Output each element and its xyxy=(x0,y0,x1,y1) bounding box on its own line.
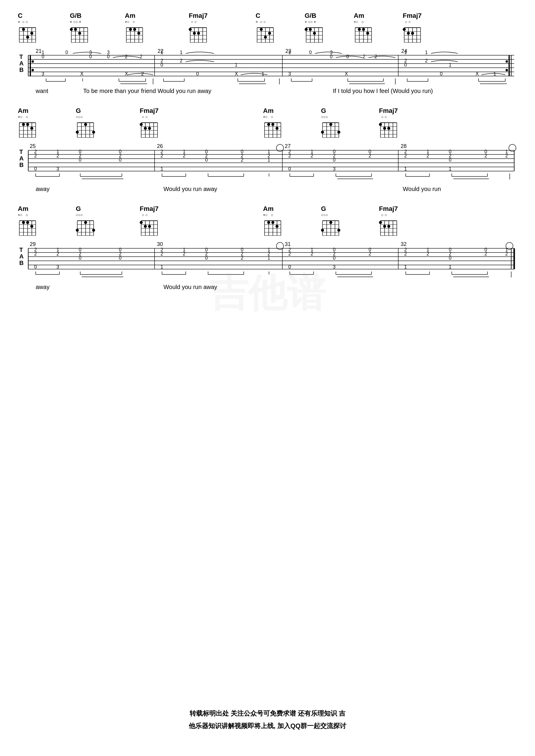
chord-name: Fmaj7 xyxy=(189,12,208,20)
chord-c-1: C × ○ ○ xyxy=(18,12,37,44)
svg-text:3: 3 xyxy=(42,71,44,76)
svg-text:3: 3 xyxy=(288,71,291,76)
svg-point-428 xyxy=(275,225,278,228)
chord-fingering-marks: ×○ ○ xyxy=(125,20,135,24)
svg-point-76 xyxy=(309,28,312,31)
svg-text:2: 2 xyxy=(404,251,407,256)
svg-text:1: 1 xyxy=(449,166,451,172)
svg-text:3: 3 xyxy=(56,264,59,269)
svg-text:2: 2 xyxy=(369,251,371,256)
chord-fingering-marks: × ○○ × xyxy=(305,20,316,24)
svg-text:2: 2 xyxy=(311,251,313,256)
chord-diagram-gb2 xyxy=(305,25,324,44)
svg-point-237 xyxy=(144,127,147,130)
svg-point-102 xyxy=(407,32,410,35)
svg-text:1: 1 xyxy=(449,62,451,68)
svg-point-62 xyxy=(260,28,263,31)
chord-name: C xyxy=(256,12,260,20)
svg-text:21: 21 xyxy=(36,48,42,54)
svg-text:1: 1 xyxy=(180,50,183,55)
chord-name: Am xyxy=(125,12,135,20)
svg-text:2: 2 xyxy=(79,153,81,158)
chord-fingering-marks: ○ ○ xyxy=(403,20,411,24)
svg-text:2: 2 xyxy=(180,58,183,63)
svg-text:1: 1 xyxy=(288,50,291,55)
svg-text:0: 0 xyxy=(107,54,110,59)
svg-point-225 xyxy=(92,131,95,134)
svg-text:2: 2 xyxy=(141,71,144,76)
svg-text:26: 26 xyxy=(157,143,163,149)
svg-text:2: 2 xyxy=(369,153,371,158)
svg-point-452 xyxy=(379,221,382,224)
svg-text:29: 29 xyxy=(30,241,36,247)
lyric-away3: away xyxy=(36,284,50,290)
chord-diagram-gb xyxy=(70,25,89,44)
chord-gb-1: G/B × ○○ × xyxy=(70,12,89,44)
svg-text:2: 2 xyxy=(56,153,59,158)
chord-diagram-c xyxy=(18,25,37,44)
svg-text:X: X xyxy=(80,71,84,76)
svg-point-23 xyxy=(70,28,73,31)
lyrics-row2: away Would you run away Would you run xyxy=(18,186,517,196)
svg-text:2: 2 xyxy=(125,54,127,59)
svg-point-264 xyxy=(337,131,340,134)
chord-fmaj7-r3b: Fmaj7 ○ ○ xyxy=(379,205,398,237)
svg-point-25 xyxy=(78,32,81,35)
svg-text:1: 1 xyxy=(262,71,264,76)
svg-point-10 xyxy=(22,28,25,31)
svg-point-212 xyxy=(30,127,33,130)
svg-point-77 xyxy=(313,32,316,35)
svg-text:2: 2 xyxy=(288,251,291,256)
chord-am-r3b: Am ×○ ○ xyxy=(263,205,282,237)
row-1: C × ○ ○ xyxy=(18,12,517,98)
svg-point-402 xyxy=(92,229,95,232)
lyrics-row1: want To be more than your friend Would y… xyxy=(18,88,517,98)
svg-point-238 xyxy=(148,127,151,130)
svg-text:2: 2 xyxy=(119,153,122,158)
svg-point-236 xyxy=(140,123,143,126)
svg-point-250 xyxy=(271,123,274,126)
lyrics-row3: away Would you run away xyxy=(18,284,517,294)
row-3: Am ×○ ○ xyxy=(18,205,517,294)
svg-point-400 xyxy=(76,229,79,232)
svg-point-249 xyxy=(267,123,270,126)
chord-diagram-am2 xyxy=(354,25,373,44)
svg-text:0: 0 xyxy=(288,166,291,172)
svg-text:25: 25 xyxy=(30,143,36,149)
svg-text:B: B xyxy=(19,67,23,73)
chord-fmaj7-r2: Fmaj7 ○ ○ xyxy=(140,107,159,139)
svg-point-454 xyxy=(387,225,390,228)
svg-text:2: 2 xyxy=(505,153,508,158)
row-2: Am ×○ ○ xyxy=(18,107,517,196)
svg-text:2: 2 xyxy=(241,256,243,260)
svg-point-440 xyxy=(329,221,332,224)
lyric-wouldyourunaway2: Would you run away xyxy=(163,284,217,290)
svg-point-122 xyxy=(506,60,508,63)
chord-name: C xyxy=(18,12,23,20)
svg-text:1: 1 xyxy=(449,264,451,269)
footer-line2: 他乐器知识讲解视频即将上线, 加入QQ群一起交流探讨 xyxy=(0,720,535,732)
svg-text:1: 1 xyxy=(404,50,407,55)
svg-text:2: 2 xyxy=(363,54,365,59)
chord-fmaj7-2: Fmaj7 ○ ○ xyxy=(403,12,422,44)
chord-g-r3: G ○○○ xyxy=(76,205,95,237)
chord-fingering-marks: × ○○ × xyxy=(70,20,81,24)
svg-point-64 xyxy=(264,36,267,39)
lyric-if: If I told you how I feel (Would you run) xyxy=(333,88,433,94)
svg-point-115 xyxy=(32,60,34,63)
chord-diagram-am xyxy=(125,25,144,44)
svg-text:2: 2 xyxy=(449,153,451,158)
svg-point-413 xyxy=(140,221,143,224)
svg-text:T: T xyxy=(19,247,23,253)
svg-point-427 xyxy=(271,221,274,224)
svg-text:2: 2 xyxy=(288,153,291,158)
chord-fingering-marks: ○ ○ xyxy=(189,20,197,24)
svg-point-89 xyxy=(362,28,365,31)
svg-point-414 xyxy=(144,225,147,228)
chord-fingering-marks: ×○ ○ xyxy=(354,20,364,24)
svg-text:X: X xyxy=(476,71,479,76)
svg-point-11 xyxy=(30,32,33,35)
svg-text:X: X xyxy=(345,71,348,76)
svg-point-101 xyxy=(403,28,406,31)
svg-point-75 xyxy=(305,28,308,31)
